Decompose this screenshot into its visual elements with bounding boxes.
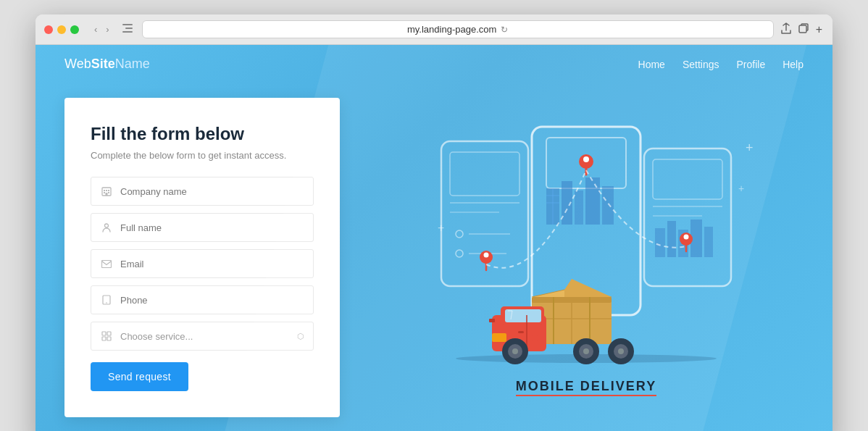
refresh-icon: ↻ [501, 25, 508, 35]
nav-home[interactable]: Home [638, 59, 665, 70]
svg-rect-10 [106, 193, 108, 196]
svg-rect-6 [106, 190, 107, 191]
address-bar[interactable]: my.landing-page.com ↻ [142, 20, 774, 38]
website-content: WebSiteName Home Settings Profile Help F… [36, 45, 832, 431]
svg-rect-3 [799, 25, 806, 33]
service-icon [100, 330, 113, 343]
svg-rect-8 [104, 192, 105, 193]
svg-rect-1 [125, 28, 133, 29]
svg-point-76 [618, 348, 624, 354]
svg-point-11 [105, 224, 109, 227]
svg-point-22 [456, 230, 463, 238]
svg-rect-9 [108, 192, 109, 193]
browser-window: ‹ › my.landing-page.com ↻ [36, 14, 832, 431]
logo-name: Name [115, 57, 150, 71]
main-section: Fill the form below Complete the below f… [36, 83, 832, 431]
phone-input[interactable] [120, 295, 304, 306]
svg-point-70 [512, 348, 518, 354]
send-request-button[interactable]: Send request [91, 362, 188, 391]
svg-rect-7 [108, 190, 109, 191]
svg-rect-16 [102, 337, 106, 340]
url-text: my.landing-page.com [407, 24, 496, 35]
form-title: Fill the form below [91, 124, 314, 144]
logo-web: Web [64, 57, 91, 71]
envelope-icon [100, 257, 113, 270]
svg-rect-30 [575, 191, 583, 225]
svg-point-23 [456, 250, 463, 257]
logo-site: Site [91, 57, 115, 71]
nav-settings[interactable]: Settings [683, 59, 719, 70]
duplicate-button[interactable] [797, 22, 810, 37]
svg-rect-5 [104, 190, 105, 191]
svg-rect-37 [653, 159, 722, 199]
company-name-input[interactable] [120, 186, 304, 197]
svg-rect-18 [441, 141, 528, 286]
sidebar-toggle-button[interactable] [119, 22, 136, 36]
service-select[interactable]: Choose service... Delivery Logistics Tra… [120, 331, 297, 342]
svg-rect-15 [107, 332, 111, 335]
back-button[interactable]: ‹ [91, 22, 101, 36]
minimize-button[interactable] [57, 25, 66, 34]
svg-rect-44 [704, 227, 713, 257]
form-subtitle: Complete the below form to get instant a… [91, 150, 314, 161]
svg-text:+: + [738, 183, 744, 194]
svg-rect-40 [655, 228, 665, 257]
svg-rect-0 [122, 24, 133, 25]
illustration-area: + + + + [369, 98, 804, 394]
site-navigation: WebSiteName Home Settings Profile Help [36, 45, 832, 83]
svg-rect-78 [532, 335, 538, 341]
phone-field-wrapper [91, 285, 314, 314]
svg-rect-32 [602, 186, 614, 225]
company-field-wrapper [91, 177, 314, 206]
svg-rect-41 [667, 221, 676, 257]
svg-point-46 [583, 156, 589, 162]
svg-text:+: + [746, 141, 753, 155]
svg-rect-19 [450, 152, 519, 196]
email-input[interactable] [120, 259, 304, 269]
delivery-title: MOBILE DELIVERY [516, 379, 656, 394]
email-field-wrapper [91, 249, 314, 278]
browser-toolbar: ‹ › my.landing-page.com ↻ [36, 14, 832, 45]
svg-rect-17 [107, 337, 111, 340]
svg-rect-63 [505, 309, 541, 322]
nav-help[interactable]: Help [783, 59, 804, 70]
svg-rect-2 [122, 31, 133, 33]
delivery-svg: + + + + [420, 112, 753, 373]
forward-button[interactable]: › [102, 22, 112, 36]
traffic-lights [44, 25, 79, 34]
form-card: Fill the form below Complete the below f… [64, 98, 340, 417]
svg-rect-12 [102, 260, 112, 267]
svg-rect-14 [102, 332, 106, 335]
svg-point-73 [583, 348, 589, 354]
full-name-input[interactable] [120, 222, 304, 233]
svg-rect-66 [489, 319, 495, 322]
person-icon [100, 221, 113, 234]
svg-rect-77 [492, 333, 506, 342]
building-icon [100, 185, 113, 198]
share-button[interactable] [780, 21, 793, 38]
toolbar-right-buttons: + [780, 21, 824, 38]
site-logo: WebSiteName [64, 57, 150, 72]
new-tab-button[interactable]: + [814, 22, 824, 38]
delivery-title-text: MOBILE DELIVERY [516, 379, 656, 396]
svg-point-48 [484, 253, 489, 258]
fullname-field-wrapper [91, 213, 314, 242]
svg-point-13 [106, 302, 107, 304]
nav-profile[interactable]: Profile [737, 59, 766, 70]
maximize-button[interactable] [70, 25, 79, 34]
nav-buttons: ‹ › [91, 22, 113, 36]
nav-links: Home Settings Profile Help [638, 59, 804, 70]
select-arrow-icon: ⬡ [297, 332, 304, 341]
svg-rect-31 [585, 177, 600, 225]
service-select-wrapper: Choose service... Delivery Logistics Tra… [91, 322, 314, 351]
svg-text:+: + [438, 222, 444, 234]
phone-icon [100, 293, 113, 306]
svg-rect-65 [518, 331, 524, 333]
svg-point-50 [684, 235, 689, 240]
close-button[interactable] [44, 25, 53, 34]
svg-rect-36 [644, 148, 731, 286]
